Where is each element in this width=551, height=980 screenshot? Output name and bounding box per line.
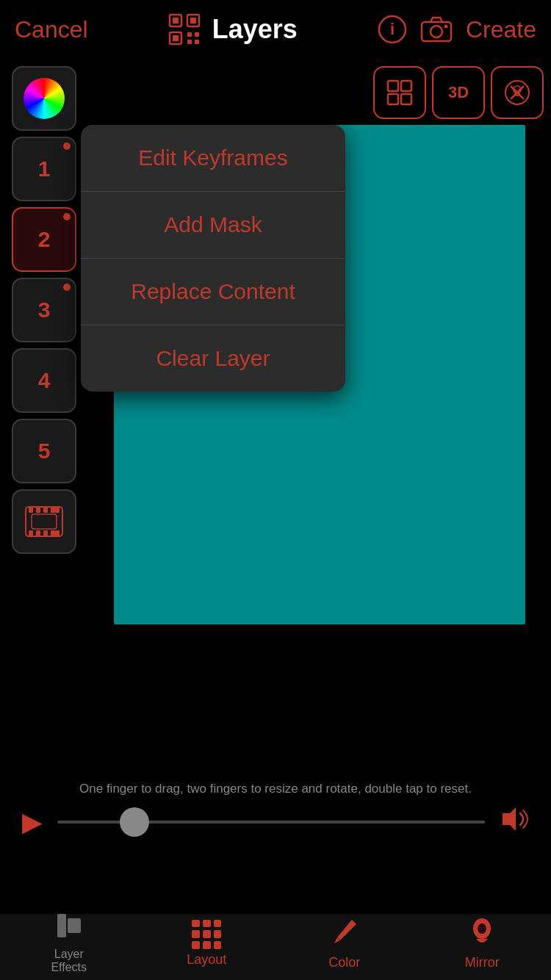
nav-layout[interactable]: Layout <box>170 920 243 968</box>
svg-rect-8 <box>187 40 192 44</box>
timeline-thumb[interactable] <box>120 807 149 837</box>
layer-2-button[interactable]: 2 <box>12 207 76 272</box>
playback-bar: ▶ <box>0 796 551 848</box>
layer-2-dot <box>63 213 71 220</box>
svg-rect-6 <box>187 32 192 37</box>
timeline-slider[interactable] <box>57 821 485 824</box>
right-toolbar: 3D <box>373 66 544 119</box>
layer-3-button[interactable]: 3 <box>12 278 76 342</box>
svg-point-40 <box>478 923 486 934</box>
svg-rect-25 <box>51 530 55 536</box>
svg-rect-17 <box>29 530 33 536</box>
camera-icon-button[interactable] <box>420 16 453 43</box>
svg-rect-29 <box>388 94 398 104</box>
svg-rect-1 <box>173 18 179 24</box>
layout-grid-icon <box>192 920 221 949</box>
main-area: 1 2 3 4 5 <box>0 59 551 914</box>
layer-3-dot <box>63 284 71 291</box>
clear-layer-item[interactable]: Clear Layer <box>81 325 345 392</box>
svg-marker-36 <box>503 807 516 831</box>
info-icon-button[interactable]: i <box>378 15 407 44</box>
svg-rect-26 <box>32 514 57 529</box>
hint-text: One finger to drag, two fingers to resiz… <box>0 782 551 796</box>
svg-rect-23 <box>43 530 48 536</box>
svg-point-14 <box>444 25 447 29</box>
layer-4-button[interactable]: 4 <box>12 348 76 413</box>
svg-rect-21 <box>36 530 40 536</box>
svg-rect-28 <box>401 81 411 91</box>
svg-rect-18 <box>55 507 60 513</box>
svg-rect-37 <box>57 914 66 937</box>
nav-mirror[interactable]: Mirror <box>445 917 519 970</box>
svg-rect-9 <box>195 40 199 44</box>
replace-content-item[interactable]: Replace Content <box>81 259 345 325</box>
svg-rect-27 <box>388 81 398 91</box>
context-menu: Edit Keyframes Add Mask Replace Content … <box>81 125 345 392</box>
svg-text:i: i <box>390 20 395 38</box>
svg-rect-19 <box>55 530 60 536</box>
layer-1-dot <box>63 143 71 150</box>
svg-rect-30 <box>401 94 411 104</box>
svg-rect-38 <box>68 918 81 933</box>
svg-rect-3 <box>190 18 196 24</box>
cancel-button[interactable]: Cancel <box>15 16 88 43</box>
volume-button[interactable] <box>500 806 529 839</box>
edit-keyframes-item[interactable]: Edit Keyframes <box>81 125 345 192</box>
effects-icon <box>56 912 82 945</box>
layer-5-button[interactable]: 5 <box>12 419 76 483</box>
layer-1-button[interactable]: 1 <box>12 137 76 201</box>
filmstrip-button[interactable] <box>12 489 76 554</box>
layout-tool-button[interactable] <box>373 66 426 119</box>
mirror-icon <box>467 917 497 952</box>
bottom-nav: Layer Effects Layout Color <box>0 914 551 980</box>
svg-rect-22 <box>43 507 48 513</box>
play-button[interactable]: ▶ <box>22 807 43 837</box>
page-title: Layers <box>212 14 298 45</box>
nav-layer-effects[interactable]: Layer Effects <box>32 912 106 973</box>
svg-rect-16 <box>29 507 33 513</box>
header: Cancel Layers i <box>0 0 551 59</box>
3d-button[interactable]: 3D <box>432 66 485 119</box>
nav-color[interactable]: Color <box>308 917 381 970</box>
close-layer-button[interactable] <box>491 66 544 119</box>
color-wheel-button[interactable] <box>12 66 76 131</box>
svg-rect-5 <box>173 35 179 41</box>
svg-rect-24 <box>51 507 55 513</box>
add-mask-item[interactable]: Add Mask <box>81 192 345 259</box>
svg-point-13 <box>431 26 442 37</box>
brush-icon <box>330 917 359 952</box>
qr-icon-button[interactable] <box>168 13 201 46</box>
svg-rect-20 <box>36 507 40 513</box>
svg-rect-7 <box>195 32 199 37</box>
create-button[interactable]: Create <box>466 16 536 43</box>
